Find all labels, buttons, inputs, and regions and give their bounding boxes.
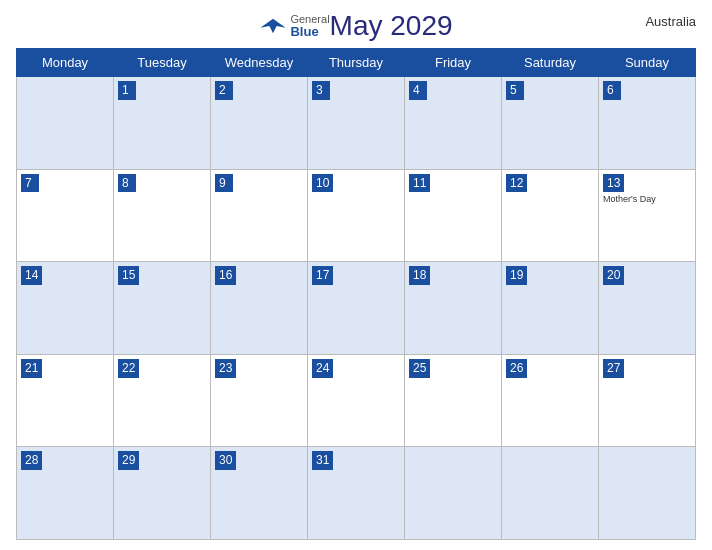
calendar-title: May 2029 <box>330 10 453 41</box>
day-header-saturday: Saturday <box>502 49 599 77</box>
day-number: 21 <box>21 359 42 378</box>
calendar-cell: 17 <box>308 262 405 355</box>
day-number: 11 <box>409 174 430 193</box>
day-header-wednesday: Wednesday <box>211 49 308 77</box>
day-number: 8 <box>118 174 136 193</box>
calendar-cell: 29 <box>114 447 211 540</box>
calendar-cell <box>405 447 502 540</box>
calendar-week-row: 78910111213Mother's Day <box>17 169 696 262</box>
calendar-table: MondayTuesdayWednesdayThursdayFridaySatu… <box>16 48 696 540</box>
calendar-cell: 16 <box>211 262 308 355</box>
calendar-cell: 18 <box>405 262 502 355</box>
day-number: 20 <box>603 266 624 285</box>
calendar-cell: 7 <box>17 169 114 262</box>
calendar-cell: 22 <box>114 354 211 447</box>
day-number: 3 <box>312 81 330 100</box>
calendar-cell: 6 <box>599 77 696 170</box>
day-number: 18 <box>409 266 430 285</box>
day-number: 12 <box>506 174 527 193</box>
calendar-cell: 28 <box>17 447 114 540</box>
day-number: 23 <box>215 359 236 378</box>
day-number: 17 <box>312 266 333 285</box>
day-header-sunday: Sunday <box>599 49 696 77</box>
calendar-cell: 19 <box>502 262 599 355</box>
calendar-week-row: 14151617181920 <box>17 262 696 355</box>
calendar-week-row: 123456 <box>17 77 696 170</box>
calendar-cell: 5 <box>502 77 599 170</box>
country-label: Australia <box>645 14 696 29</box>
calendar-cell: 1 <box>114 77 211 170</box>
calendar-cell: 9 <box>211 169 308 262</box>
day-number: 1 <box>118 81 136 100</box>
logo: General Blue <box>259 13 329 39</box>
day-number: 9 <box>215 174 233 193</box>
day-header-tuesday: Tuesday <box>114 49 211 77</box>
day-number: 27 <box>603 359 624 378</box>
day-number: 25 <box>409 359 430 378</box>
day-number: 7 <box>21 174 39 193</box>
calendar-cell: 30 <box>211 447 308 540</box>
day-number: 24 <box>312 359 333 378</box>
day-number: 28 <box>21 451 42 470</box>
day-number: 31 <box>312 451 333 470</box>
day-header-monday: Monday <box>17 49 114 77</box>
calendar-cell: 12 <box>502 169 599 262</box>
day-header-friday: Friday <box>405 49 502 77</box>
day-number: 14 <box>21 266 42 285</box>
calendar-cell: 13Mother's Day <box>599 169 696 262</box>
holiday-label: Mother's Day <box>603 194 691 204</box>
day-number: 29 <box>118 451 139 470</box>
calendar-cell <box>599 447 696 540</box>
day-header-thursday: Thursday <box>308 49 405 77</box>
calendar-cell <box>17 77 114 170</box>
calendar-cell: 15 <box>114 262 211 355</box>
day-number: 10 <box>312 174 333 193</box>
calendar-cell: 25 <box>405 354 502 447</box>
calendar-cell: 4 <box>405 77 502 170</box>
calendar-cell: 14 <box>17 262 114 355</box>
logo-bird-icon <box>259 17 287 35</box>
calendar-cell: 23 <box>211 354 308 447</box>
day-number: 30 <box>215 451 236 470</box>
day-number: 26 <box>506 359 527 378</box>
calendar-cell <box>502 447 599 540</box>
svg-marker-0 <box>261 19 286 33</box>
calendar-cell: 31 <box>308 447 405 540</box>
days-header-row: MondayTuesdayWednesdayThursdayFridaySatu… <box>17 49 696 77</box>
day-number: 19 <box>506 266 527 285</box>
calendar-cell: 8 <box>114 169 211 262</box>
calendar-cell: 3 <box>308 77 405 170</box>
calendar-cell: 10 <box>308 169 405 262</box>
calendar-cell: 20 <box>599 262 696 355</box>
day-number: 2 <box>215 81 233 100</box>
logo-blue-text: Blue <box>290 25 329 39</box>
day-number: 5 <box>506 81 524 100</box>
day-number: 4 <box>409 81 427 100</box>
calendar-week-row: 28293031 <box>17 447 696 540</box>
day-number: 22 <box>118 359 139 378</box>
day-number: 16 <box>215 266 236 285</box>
calendar-cell: 27 <box>599 354 696 447</box>
calendar-header: General Blue May 2029 Australia <box>16 10 696 42</box>
calendar-cell: 24 <box>308 354 405 447</box>
calendar-cell: 21 <box>17 354 114 447</box>
calendar-cell: 26 <box>502 354 599 447</box>
day-number: 15 <box>118 266 139 285</box>
calendar-week-row: 21222324252627 <box>17 354 696 447</box>
day-number: 13 <box>603 174 624 193</box>
calendar-cell: 11 <box>405 169 502 262</box>
day-number: 6 <box>603 81 621 100</box>
calendar-cell: 2 <box>211 77 308 170</box>
